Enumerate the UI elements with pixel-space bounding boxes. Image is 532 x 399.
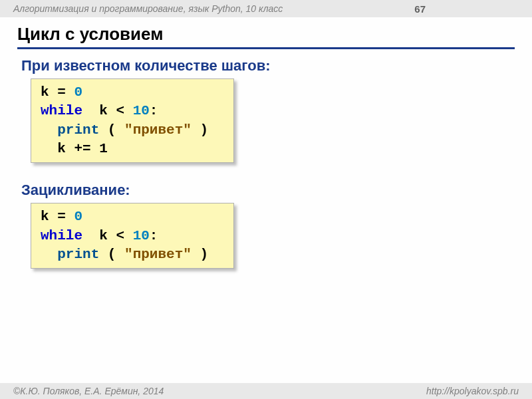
footer-url: http://kpolyakov.spb.ru (426, 386, 519, 396)
code-text: ) (192, 247, 208, 262)
footer-bar: ©К.Ю. Поляков, Е.А. Ерёмин, 2014 http://… (0, 383, 532, 399)
course-title: Алгоритмизация и программирование, язык … (13, 3, 283, 14)
code-text: k < (82, 103, 133, 118)
code-block-1: k = 0 while k < 10: print ( "привет" ) k… (31, 78, 234, 163)
code-text: : (150, 103, 158, 118)
section1-heading: При известном количестве шагов: (21, 57, 515, 74)
code-text: ( (99, 122, 124, 138)
code-string: "привет" (124, 247, 192, 262)
slide-title: Цикл с условием (17, 24, 515, 49)
code-block-2: k = 0 while k < 10: print ( "привет" ) (31, 203, 234, 269)
code-text: k < (82, 228, 133, 243)
code-text: k = (41, 84, 74, 100)
code-number: 0 (74, 84, 82, 100)
code-block-1-wrap: k = 0 while k < 10: print ( "привет" ) k… (31, 78, 234, 163)
code-function: print (57, 247, 99, 262)
header-bar: Алгоритмизация и программирование, язык … (0, 0, 532, 17)
code-text: k = (41, 209, 74, 224)
section2-heading: Зацикливание: (21, 182, 515, 199)
code-function: print (57, 122, 99, 138)
code-string: "привет" (124, 122, 192, 138)
code-keyword: while (41, 103, 82, 118)
code-text: ) (192, 122, 208, 138)
code-keyword: while (41, 228, 82, 243)
slide-content: Цикл с условием При известном количестве… (0, 17, 532, 279)
code-number: 0 (74, 209, 82, 224)
authors: ©К.Ю. Поляков, Е.А. Ерёмин, 2014 (13, 386, 164, 396)
page-number: 67 (414, 3, 426, 15)
code-text: ( (99, 247, 124, 262)
code-text (41, 247, 57, 262)
code-text (41, 122, 57, 138)
code-number: 10 (133, 103, 150, 118)
code-text: : (150, 228, 158, 243)
code-block-2-wrap: k = 0 while k < 10: print ( "привет" ) (31, 203, 234, 269)
code-number: 10 (133, 228, 150, 243)
code-text: k += 1 (41, 141, 108, 156)
